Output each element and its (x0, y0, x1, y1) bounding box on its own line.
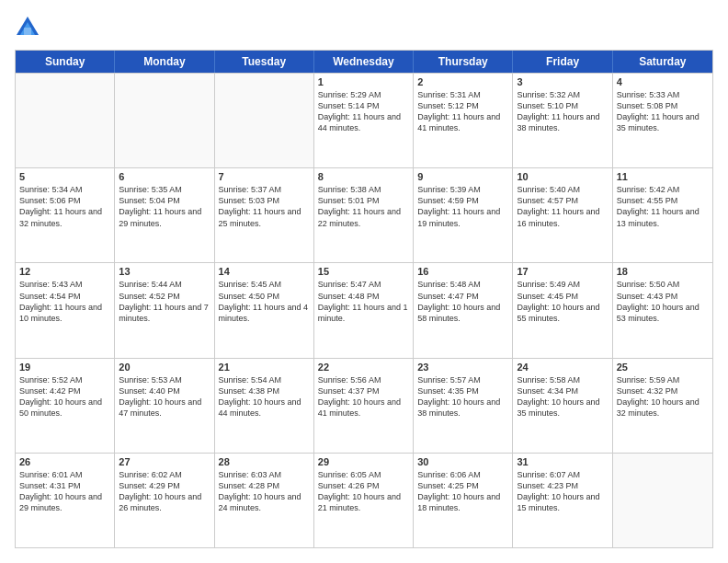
day-cell-10: 10Sunrise: 5:40 AM Sunset: 4:57 PM Dayli… (513, 168, 612, 262)
day-number: 3 (517, 76, 608, 87)
day-number: 14 (219, 266, 310, 277)
day-cell-2: 2Sunrise: 5:31 AM Sunset: 5:12 PM Daylig… (414, 74, 513, 167)
calendar-row-3: 19Sunrise: 5:52 AM Sunset: 4:42 PM Dayli… (16, 358, 712, 453)
day-info: Sunrise: 5:38 AM Sunset: 5:01 PM Dayligh… (318, 184, 409, 229)
day-info: Sunrise: 5:32 AM Sunset: 5:10 PM Dayligh… (517, 89, 608, 134)
day-number: 12 (19, 266, 110, 277)
day-number: 31 (517, 456, 608, 467)
day-number: 21 (219, 362, 310, 373)
day-info: Sunrise: 5:52 AM Sunset: 4:42 PM Dayligh… (19, 374, 110, 419)
day-info: Sunrise: 5:47 AM Sunset: 4:48 PM Dayligh… (318, 279, 409, 324)
day-info: Sunrise: 5:33 AM Sunset: 5:08 PM Dayligh… (617, 89, 709, 134)
day-info: Sunrise: 5:29 AM Sunset: 5:14 PM Dayligh… (318, 89, 409, 134)
calendar-row-4: 26Sunrise: 6:01 AM Sunset: 4:31 PM Dayli… (16, 453, 712, 547)
day-info: Sunrise: 5:48 AM Sunset: 4:47 PM Dayligh… (417, 279, 508, 324)
empty-cell (215, 74, 314, 167)
day-number: 5 (19, 171, 110, 182)
calendar-row-2: 12Sunrise: 5:43 AM Sunset: 4:54 PM Dayli… (16, 262, 712, 357)
day-number: 9 (417, 171, 508, 182)
day-number: 29 (318, 456, 409, 467)
day-cell-23: 23Sunrise: 5:57 AM Sunset: 4:35 PM Dayli… (414, 359, 513, 453)
day-cell-9: 9Sunrise: 5:39 AM Sunset: 4:59 PM Daylig… (414, 168, 513, 262)
logo (15, 15, 44, 40)
day-number: 16 (417, 266, 508, 277)
day-cell-6: 6Sunrise: 5:35 AM Sunset: 5:04 PM Daylig… (115, 168, 214, 262)
day-info: Sunrise: 5:35 AM Sunset: 5:04 PM Dayligh… (119, 184, 210, 229)
day-cell-14: 14Sunrise: 5:45 AM Sunset: 4:50 PM Dayli… (215, 263, 314, 357)
day-cell-22: 22Sunrise: 5:56 AM Sunset: 4:37 PM Dayli… (314, 359, 414, 453)
day-cell-8: 8Sunrise: 5:38 AM Sunset: 5:01 PM Daylig… (314, 168, 414, 262)
header-day-tuesday: Tuesday (215, 51, 314, 73)
logo-icon (15, 15, 40, 40)
day-number: 10 (517, 171, 608, 182)
day-cell-16: 16Sunrise: 5:48 AM Sunset: 4:47 PM Dayli… (414, 263, 513, 357)
day-number: 30 (417, 456, 508, 467)
header-day-sunday: Sunday (16, 51, 115, 73)
empty-cell (16, 74, 115, 167)
day-cell-13: 13Sunrise: 5:44 AM Sunset: 4:52 PM Dayli… (115, 263, 214, 357)
day-cell-5: 5Sunrise: 5:34 AM Sunset: 5:06 PM Daylig… (16, 168, 115, 262)
day-cell-4: 4Sunrise: 5:33 AM Sunset: 5:08 PM Daylig… (613, 74, 712, 167)
day-cell-11: 11Sunrise: 5:42 AM Sunset: 4:55 PM Dayli… (613, 168, 712, 262)
day-cell-26: 26Sunrise: 6:01 AM Sunset: 4:31 PM Dayli… (16, 454, 115, 547)
page: SundayMondayTuesdayWednesdayThursdayFrid… (0, 0, 728, 563)
day-info: Sunrise: 5:34 AM Sunset: 5:06 PM Dayligh… (19, 184, 110, 229)
day-info: Sunrise: 6:01 AM Sunset: 4:31 PM Dayligh… (19, 469, 110, 514)
day-info: Sunrise: 5:50 AM Sunset: 4:43 PM Dayligh… (617, 279, 709, 324)
header-day-monday: Monday (115, 51, 214, 73)
day-cell-28: 28Sunrise: 6:03 AM Sunset: 4:28 PM Dayli… (215, 454, 314, 547)
day-number: 17 (517, 266, 608, 277)
svg-rect-2 (24, 28, 31, 35)
day-number: 22 (318, 362, 409, 373)
day-number: 19 (19, 362, 110, 373)
day-cell-30: 30Sunrise: 6:06 AM Sunset: 4:25 PM Dayli… (414, 454, 513, 547)
day-info: Sunrise: 5:49 AM Sunset: 4:45 PM Dayligh… (517, 279, 608, 324)
day-number: 24 (517, 362, 608, 373)
day-number: 4 (617, 76, 709, 87)
day-cell-31: 31Sunrise: 6:07 AM Sunset: 4:23 PM Dayli… (513, 454, 612, 547)
day-cell-18: 18Sunrise: 5:50 AM Sunset: 4:43 PM Dayli… (613, 263, 712, 357)
day-number: 18 (617, 266, 709, 277)
day-cell-27: 27Sunrise: 6:02 AM Sunset: 4:29 PM Dayli… (115, 454, 214, 547)
day-number: 1 (318, 76, 409, 87)
header-day-friday: Friday (513, 51, 612, 73)
day-number: 27 (119, 456, 210, 467)
header-day-thursday: Thursday (414, 51, 513, 73)
calendar-row-0: 1Sunrise: 5:29 AM Sunset: 5:14 PM Daylig… (16, 73, 712, 167)
day-number: 8 (318, 171, 409, 182)
day-info: Sunrise: 5:31 AM Sunset: 5:12 PM Dayligh… (417, 89, 508, 134)
day-info: Sunrise: 5:45 AM Sunset: 4:50 PM Dayligh… (219, 279, 310, 324)
day-info: Sunrise: 5:37 AM Sunset: 5:03 PM Dayligh… (219, 184, 310, 229)
day-info: Sunrise: 5:42 AM Sunset: 4:55 PM Dayligh… (617, 184, 709, 229)
day-info: Sunrise: 6:06 AM Sunset: 4:25 PM Dayligh… (417, 469, 508, 514)
calendar-body: 1Sunrise: 5:29 AM Sunset: 5:14 PM Daylig… (16, 73, 712, 547)
day-number: 28 (219, 456, 310, 467)
day-cell-12: 12Sunrise: 5:43 AM Sunset: 4:54 PM Dayli… (16, 263, 115, 357)
day-info: Sunrise: 5:59 AM Sunset: 4:32 PM Dayligh… (617, 374, 709, 419)
day-number: 15 (318, 266, 409, 277)
day-number: 26 (19, 456, 110, 467)
day-info: Sunrise: 5:39 AM Sunset: 4:59 PM Dayligh… (417, 184, 508, 229)
day-info: Sunrise: 5:54 AM Sunset: 4:38 PM Dayligh… (219, 374, 310, 419)
day-info: Sunrise: 5:57 AM Sunset: 4:35 PM Dayligh… (417, 374, 508, 419)
day-info: Sunrise: 5:44 AM Sunset: 4:52 PM Dayligh… (119, 279, 210, 324)
day-cell-17: 17Sunrise: 5:49 AM Sunset: 4:45 PM Dayli… (513, 263, 612, 357)
day-info: Sunrise: 6:02 AM Sunset: 4:29 PM Dayligh… (119, 469, 210, 514)
empty-cell (115, 74, 214, 167)
empty-cell (613, 454, 712, 547)
calendar: SundayMondayTuesdayWednesdayThursdayFrid… (15, 50, 713, 548)
day-info: Sunrise: 6:05 AM Sunset: 4:26 PM Dayligh… (318, 469, 409, 514)
calendar-row-1: 5Sunrise: 5:34 AM Sunset: 5:06 PM Daylig… (16, 167, 712, 262)
calendar-header: SundayMondayTuesdayWednesdayThursdayFrid… (16, 51, 712, 73)
day-info: Sunrise: 5:40 AM Sunset: 4:57 PM Dayligh… (517, 184, 608, 229)
day-info: Sunrise: 5:56 AM Sunset: 4:37 PM Dayligh… (318, 374, 409, 419)
day-cell-25: 25Sunrise: 5:59 AM Sunset: 4:32 PM Dayli… (613, 359, 712, 453)
day-number: 6 (119, 171, 210, 182)
day-cell-3: 3Sunrise: 5:32 AM Sunset: 5:10 PM Daylig… (513, 74, 612, 167)
day-cell-1: 1Sunrise: 5:29 AM Sunset: 5:14 PM Daylig… (314, 74, 414, 167)
day-cell-20: 20Sunrise: 5:53 AM Sunset: 4:40 PM Dayli… (115, 359, 214, 453)
day-info: Sunrise: 6:07 AM Sunset: 4:23 PM Dayligh… (517, 469, 608, 514)
day-number: 7 (219, 171, 310, 182)
header-day-saturday: Saturday (613, 51, 712, 73)
day-cell-7: 7Sunrise: 5:37 AM Sunset: 5:03 PM Daylig… (215, 168, 314, 262)
